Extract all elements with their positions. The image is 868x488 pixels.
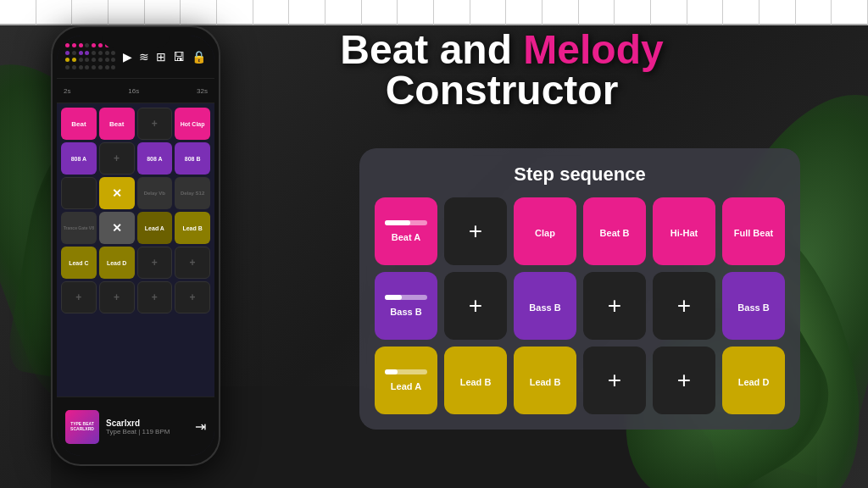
phone-pad-cross2[interactable]: ✕ xyxy=(99,212,135,244)
title-line1: Beat and Melody xyxy=(237,30,766,70)
bass-b-slider-fill xyxy=(385,295,402,300)
phone-pad-hotclap[interactable]: Hot Clap xyxy=(175,108,210,140)
phone-pad-add2[interactable]: + xyxy=(99,142,135,175)
lead-a-slider[interactable] xyxy=(385,369,427,374)
phone-pad-add1[interactable]: + xyxy=(137,108,173,140)
step-pad-add6[interactable]: + xyxy=(653,347,715,414)
phone-player: TYPE BEATSCARLXRD Scarlxrd Type Beat | 1… xyxy=(57,396,214,456)
bass-b-slider[interactable] xyxy=(385,295,427,300)
plus-icon-1: + xyxy=(469,218,482,245)
phone-pad-delays12[interactable]: Delay S12 xyxy=(175,177,210,209)
phone-pad-leada[interactable]: Lead A xyxy=(137,212,173,244)
full-beat-label: Full Beat xyxy=(734,228,773,238)
plus-icon-3: + xyxy=(608,292,621,319)
lead-b-1-label: Lead B xyxy=(460,377,492,387)
phone-pad-leadd[interactable]: Lead D xyxy=(99,247,135,279)
plus-icon-2: + xyxy=(469,292,482,319)
beat-a-slider[interactable] xyxy=(385,220,427,225)
phone-notch xyxy=(102,27,170,48)
lead-d-label: Lead D xyxy=(738,377,770,387)
title-text-beat-and: Beat and xyxy=(340,27,523,72)
title-text-melody: Melody xyxy=(523,27,663,72)
lead-a-slider-fill xyxy=(385,369,398,374)
phone-pad-cross1[interactable]: ✕ xyxy=(99,177,135,209)
title-line2: Constructor xyxy=(237,70,766,111)
phone-pad-add6[interactable]: + xyxy=(99,281,135,313)
bass-b-2-label: Bass B xyxy=(529,302,560,313)
track-name: Scarlxrd xyxy=(106,419,188,428)
phone-timing-bar: 2s 16s 32s xyxy=(57,78,214,103)
phone-pad-beat2[interactable]: Beat xyxy=(99,108,135,140)
step-pad-bass-b-1[interactable]: Bass B xyxy=(375,272,437,340)
beat-a-slider-fill xyxy=(385,220,410,225)
step-pad-lead-b-1[interactable]: Lead B xyxy=(444,347,507,414)
save-icon[interactable]: 🖫 xyxy=(173,50,185,64)
album-art: TYPE BEATSCARLXRD xyxy=(65,410,99,444)
phone-pad-beat1[interactable]: Beat xyxy=(61,108,97,140)
lead-a-label: Lead A xyxy=(391,381,421,391)
clap-label: Clap xyxy=(535,228,555,238)
step-pad-add5[interactable]: + xyxy=(583,347,646,414)
phone-pad-leadc[interactable]: Lead C xyxy=(61,247,97,279)
phone-toolbar-buttons: ▶ ≋ ⊞ 🖫 🔒 xyxy=(123,50,206,64)
phone-pad-808b[interactable]: 808 B xyxy=(175,142,210,175)
phone-pad-808a2[interactable]: 808 A xyxy=(137,142,173,175)
play-icon[interactable]: ▶ xyxy=(123,50,132,64)
phone-pad-leadb[interactable]: Lead B xyxy=(175,212,210,244)
step-pad-lead-a[interactable]: Lead A xyxy=(375,347,437,414)
waves-icon[interactable]: ≋ xyxy=(139,50,149,64)
step-pad-clap[interactable]: Clap xyxy=(514,197,576,265)
step-pad-beat-a[interactable]: Beat A xyxy=(375,197,437,265)
step-pad-add2[interactable]: + xyxy=(444,272,507,340)
step-pad-hi-hat[interactable]: Hi-Hat xyxy=(653,197,715,265)
phone-pad-add7[interactable]: + xyxy=(137,281,173,313)
step-sequence-title: Step sequence xyxy=(375,164,785,186)
player-next-icon[interactable]: ⇥ xyxy=(195,419,206,435)
step-pad-add1[interactable]: + xyxy=(444,197,507,265)
phone-pad-empty xyxy=(61,177,97,209)
hi-hat-label: Hi-Hat xyxy=(670,228,698,238)
phone-screen: ▶ ≋ ⊞ 🖫 🔒 2s 16s 32s Beat Beat + Hot Cla… xyxy=(57,36,214,456)
step-sequence-panel: Step sequence Beat A + Clap Beat B Hi-Ha… xyxy=(359,148,800,430)
track-sub: Type Beat | 119 BPM xyxy=(106,428,188,435)
piano-keys xyxy=(0,0,868,25)
step-pad-lead-d[interactable]: Lead D xyxy=(722,347,785,414)
phone-pad-add5[interactable]: + xyxy=(61,281,97,313)
time-marker-3: 32s xyxy=(197,87,208,95)
phone-pad-add4[interactable]: + xyxy=(175,247,210,279)
plus-icon-6: + xyxy=(677,367,691,394)
phone-pad-add3[interactable]: + xyxy=(137,247,173,279)
time-marker-1: 2s xyxy=(64,87,70,95)
bass-b-3-label: Bass B xyxy=(737,302,769,313)
beat-b-label: Beat B xyxy=(600,228,630,238)
grid-icon[interactable]: ⊞ xyxy=(156,50,166,64)
step-pad-beat-b[interactable]: Beat B xyxy=(583,197,646,265)
title-area: Beat and Melody Constructor xyxy=(237,30,766,111)
phone-pad-delayvb[interactable]: Delay Vb xyxy=(137,177,173,209)
track-info: Scarlxrd Type Beat | 119 BPM xyxy=(106,419,188,435)
plus-icon-4: + xyxy=(677,292,691,319)
step-pad-bass-b-2[interactable]: Bass B xyxy=(514,272,576,340)
step-pad-bass-b-3[interactable]: Bass B xyxy=(722,272,785,340)
bass-b-1-label: Bass B xyxy=(390,307,421,317)
time-marker-2: 16s xyxy=(128,87,139,95)
step-pad-add3[interactable]: + xyxy=(583,272,646,340)
lock-icon[interactable]: 🔒 xyxy=(192,50,206,64)
phone-pad-add8[interactable]: + xyxy=(175,281,210,313)
phone-pad-808a1[interactable]: 808 A xyxy=(61,142,97,175)
step-pad-add4[interactable]: + xyxy=(653,272,715,340)
phone-pad-trance[interactable]: Trance Gate V8 xyxy=(61,212,97,244)
beat-a-label: Beat A xyxy=(392,232,420,242)
sequencer-display xyxy=(65,43,116,70)
plus-icon-5: + xyxy=(608,367,621,394)
phone-device: ▶ ≋ ⊞ 🖫 🔒 2s 16s 32s Beat Beat + Hot Cla… xyxy=(51,25,220,466)
step-pad-full-beat[interactable]: Full Beat xyxy=(722,197,785,265)
phone-pad-grid: Beat Beat + Hot Clap 808 A + 808 A 808 B… xyxy=(57,103,214,318)
lead-b-2-label: Lead B xyxy=(530,377,561,387)
step-pad-grid: Beat A + Clap Beat B Hi-Hat Full Beat Ba xyxy=(375,197,785,414)
step-pad-lead-b-2[interactable]: Lead B xyxy=(514,347,576,414)
